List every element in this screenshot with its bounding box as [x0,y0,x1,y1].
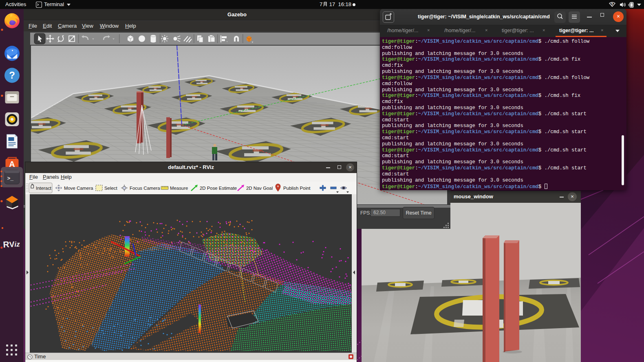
svg-text:RViz: RViz [3,239,20,249]
svg-text:Move Camera: Move Camera [64,186,93,191]
svg-text:2D Pose Estimate: 2D Pose Estimate [200,186,237,191]
svg-text:Measure: Measure [170,186,188,191]
svg-text:Publish Point: Publish Point [283,186,311,191]
svg-text:Select: Select [104,186,117,191]
svg-text:Interact: Interact [36,186,52,191]
svg-text:?: ? [9,70,15,81]
svg-text:Focus Camera: Focus Camera [130,186,160,191]
svg-text:?: ? [611,2,613,7]
svg-text:2D Nav Goal: 2D Nav Goal [246,186,273,191]
svg-text:>_: >_ [7,176,14,182]
